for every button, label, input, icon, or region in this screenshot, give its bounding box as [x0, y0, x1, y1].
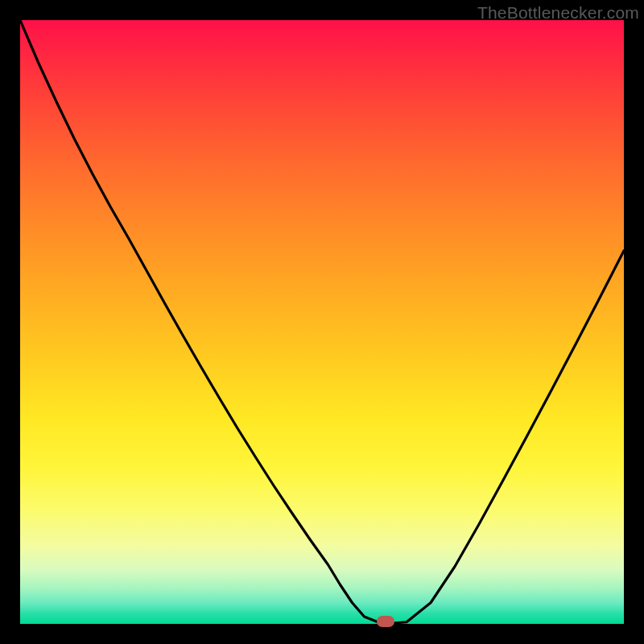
minimum-marker: [377, 616, 394, 627]
chart-frame: TheBottlenecker.com: [0, 0, 644, 644]
plot-area: [20, 20, 624, 624]
watermark-label: TheBottlenecker.com: [477, 3, 639, 23]
bottleneck-curve: [20, 20, 624, 624]
